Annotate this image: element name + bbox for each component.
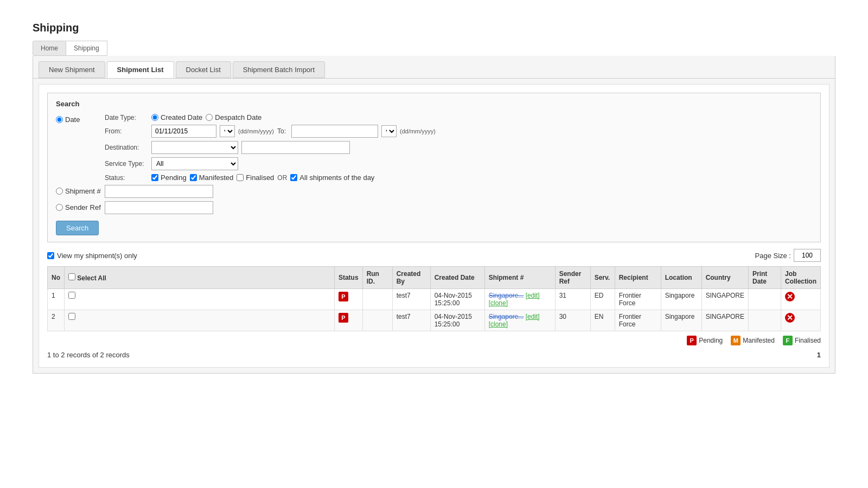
th-select-all[interactable]: Select All [65,267,335,289]
cell-createdby-1: test7 [392,289,430,310]
page-size-input[interactable]: 100 [794,249,821,262]
destination-select[interactable] [151,141,238,154]
cell-location-2: Singapore [661,310,701,331]
service-type-select[interactable]: All [151,157,238,170]
shipment-num-link-1[interactable]: Singapore... [489,292,524,299]
cell-runid-2 [362,310,392,331]
shipment-edit-link-1[interactable]: [edit] [526,292,540,299]
to-label: To: [277,127,288,135]
view-my-shipments-label[interactable]: View my shipment(s) only [47,252,137,260]
tab-shipment-batch-import[interactable]: Shipment Batch Import [233,61,325,78]
tab-shipment-list[interactable]: Shipment List [107,61,174,78]
records-text: 1 to 2 records of 2 records [47,351,130,359]
destination-row: Destination: [105,141,812,154]
sender-ref-label-text: Sender Ref [65,203,101,211]
pending-checkbox-label[interactable]: Pending [151,174,187,182]
row-checkbox-2[interactable] [68,313,75,320]
destination-text-input[interactable] [241,141,350,154]
delete-btn-1[interactable]: ✕ [785,292,795,301]
cell-recipient-1: Frontier Force [615,289,661,310]
service-type-row: Service Type: All [105,157,812,170]
cell-serv-1: ED [590,289,615,310]
sender-ref-row: Sender Ref [56,201,812,214]
pending-checkbox[interactable] [151,174,158,181]
cell-checkbox-1[interactable] [65,289,335,310]
legend-manifested-icon: M [731,336,741,345]
finalised-checkbox[interactable] [237,174,244,181]
th-country: Country [701,267,748,289]
page-number[interactable]: 1 [817,351,821,359]
breadcrumb-shipping[interactable]: Shipping [66,41,107,56]
legend-pending: P Pending [687,336,723,345]
manifested-checkbox-label[interactable]: Manifested [190,174,234,182]
cell-printdate-1 [748,289,781,310]
created-date-text: Created Date [161,113,202,121]
legend-finalised: F Finalised [783,336,821,345]
status-pending-icon-2: P [339,313,348,323]
shipment-num-link-2[interactable]: Singapore... [489,313,524,320]
destination-label: Destination: [105,144,148,151]
shipment-num-radio-label[interactable]: Shipment # [56,187,101,195]
shipment-num-right [105,185,812,198]
shipment-num-input[interactable] [105,185,213,198]
date-radio-label[interactable]: Date [56,115,80,124]
to-date-format-select[interactable]: ▼ [381,125,397,137]
created-date-radio[interactable] [151,114,158,121]
legend-row: P Pending M Manifested F Finalised [47,336,821,345]
cell-no-1: 1 [48,289,65,310]
search-section: Search Date Date Type: [47,93,821,242]
select-all-checkbox[interactable] [68,273,75,280]
page-size-label: Page Size : [755,252,792,260]
sender-ref-right [105,201,812,214]
status-row: Status: Pending Manifested [105,174,812,182]
cell-country-1: SINGAPORE [701,289,748,310]
date-radio[interactable] [56,116,63,123]
th-job-collection: Job Collection [781,267,820,289]
sender-ref-radio[interactable] [56,204,63,211]
sender-ref-radio-label[interactable]: Sender Ref [56,203,101,211]
all-day-checkbox[interactable] [290,174,297,181]
th-serv: Serv. [590,267,615,289]
shipment-num-radio[interactable] [56,188,63,195]
despatch-date-label[interactable]: Despatch Date [206,113,261,121]
cell-jobcol-2: ✕ [781,310,820,331]
search-button[interactable]: Search [56,221,99,235]
table-row: 2 P test7 04-Nov-2015 15:25:00 Singapore… [48,310,821,331]
status-pending-icon-1: P [339,292,348,301]
cell-no-2: 2 [48,310,65,331]
th-recipient: Recipient [615,267,661,289]
from-to-row: From: 01/11/2015 ▼ (dd/mm/yyyy) To: ▼ [105,125,812,138]
delete-btn-2[interactable]: ✕ [785,313,795,323]
shipment-num-row: Shipment # [56,185,812,198]
cell-createddate-2: 04-Nov-2015 15:25:00 [430,310,484,331]
legend-manifested: M Manifested [731,336,775,345]
shipment-clone-link-1[interactable]: [clone] [489,299,508,307]
legend-finalised-text: Finalised [795,337,821,344]
shipment-table: No Select All Status Run ID. Created By … [47,266,821,331]
shipment-edit-link-2[interactable]: [edit] [526,313,540,320]
manifested-checkbox[interactable] [190,174,197,181]
view-my-shipments-checkbox[interactable] [47,252,54,259]
pending-text: Pending [161,174,187,182]
all-day-text: All shipments of the day [299,174,374,182]
finalised-checkbox-label[interactable]: Finalised [237,174,274,182]
finalised-text: Finalised [246,174,274,182]
cell-runid-1 [362,289,392,310]
cell-senderref-2: 30 [555,310,590,331]
tab-docket-list[interactable]: Docket List [176,61,231,78]
sender-ref-input[interactable] [105,201,213,214]
cell-checkbox-2[interactable] [65,310,335,331]
from-date-input[interactable]: 01/11/2015 [151,125,216,138]
page-title: Shipping [33,22,835,34]
despatch-date-radio[interactable] [206,114,213,121]
th-shipment-num: Shipment # [484,267,555,289]
from-date-format-select[interactable]: ▼ [220,125,235,137]
to-date-input[interactable] [291,125,378,138]
breadcrumb-home[interactable]: Home [33,41,66,56]
created-date-label[interactable]: Created Date [151,113,202,121]
all-day-checkbox-label[interactable]: All shipments of the day [290,174,374,182]
tab-new-shipment[interactable]: New Shipment [39,61,105,78]
shipment-clone-link-2[interactable]: [clone] [489,320,508,328]
row-checkbox-1[interactable] [68,292,75,299]
date-radio-text: Date [65,115,80,124]
